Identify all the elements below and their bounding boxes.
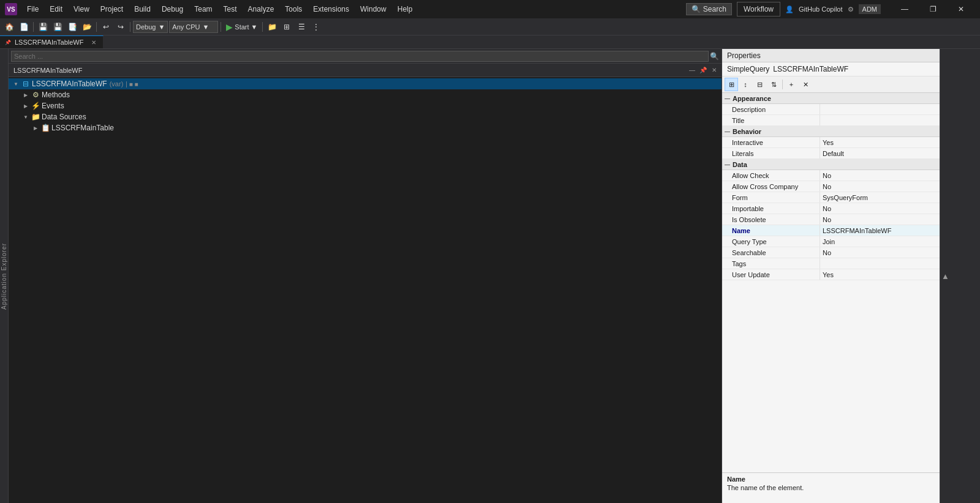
toolbar-folder-btn[interactable]: 📁 [265,20,279,34]
start-button[interactable]: ▶ Start ▼ [224,21,260,33]
prop-allow-check-value[interactable]: No [820,172,940,179]
menu-analyze[interactable]: Analyze [243,2,279,16]
prop-tags-name: Tags [722,258,820,269]
collapse-all-btn[interactable]: — [687,65,697,75]
maximize-button[interactable]: ❐ [919,0,947,18]
prop-form-name: Form [722,192,820,203]
events-label: Events [42,102,64,110]
start-label: Start [235,23,249,31]
menu-project[interactable]: Project [96,2,128,16]
toolbar-sep-2 [96,22,97,32]
tree-item-main-table[interactable]: ▶ 📋 LSSCRFMainTable [9,122,722,133]
prop-description-name: Description [722,104,820,114]
prop-categorized-btn[interactable]: ⊞ [725,78,738,91]
prop-pages-btn[interactable]: ⊟ [753,78,766,91]
toolbar-save-all-btn[interactable]: 💾 [51,20,64,34]
prop-searchable-value[interactable]: No [820,249,940,256]
toolbar-redo-btn[interactable]: ↪ [114,20,127,34]
root-expander[interactable]: ▼ [11,79,21,89]
tab-close-button[interactable]: ✕ [89,39,98,47]
toolbar-home-btn[interactable]: 🏠 [2,20,16,34]
menu-extensions[interactable]: Extensions [308,2,354,16]
menu-view[interactable]: View [69,2,94,16]
datasources-expander[interactable]: ▼ [21,112,31,122]
toolbar-list-btn[interactable]: ☰ [295,20,308,34]
app-explorer-tab[interactable]: Application Explorer [0,49,9,503]
debug-dropdown[interactable]: Debug ▼ [133,21,168,33]
debug-label: Debug [136,23,156,31]
tree-item-methods[interactable]: ▶ ⚙ Methods [9,89,722,100]
menu-build[interactable]: Build [129,2,156,16]
workflow-button[interactable]: Workflow [737,2,780,17]
cpu-dropdown[interactable]: Any CPU ▼ [169,21,218,33]
tab-bar: 📌 LSSCRFMAInTableWF ✕ [0,35,980,49]
menu-file[interactable]: File [22,2,43,16]
prop-alpha-btn[interactable]: ↕ [739,78,752,91]
settings-icon[interactable]: ⚙ [848,6,854,13]
close-button[interactable]: ✕ [947,0,975,18]
menu-team[interactable]: Team [189,2,217,16]
prop-interactive-value[interactable]: Yes [820,139,940,146]
toolbar-more-btn[interactable]: ⋮ [309,20,323,34]
toolbar-save-sel-btn[interactable]: 📑 [66,20,79,34]
toolbar-open-btn[interactable]: 📂 [80,20,94,34]
prop-delete-btn[interactable]: ✕ [799,78,812,91]
methods-label: Methods [42,91,70,99]
github-copilot-label[interactable]: GitHub Copilot [799,6,843,13]
menu-tools[interactable]: Tools [280,2,307,16]
tree-item-datasources[interactable]: ▼ 📁 Data Sources [9,111,722,122]
methods-expander[interactable]: ▶ [21,90,31,100]
root-icon: ⊟ [21,79,31,89]
main-table-expander[interactable]: ▶ [31,123,40,133]
menu-window[interactable]: Window [355,2,391,16]
events-expander[interactable]: ▶ [21,101,31,111]
prop-user-update-value[interactable]: Yes [820,271,940,278]
menu-debug[interactable]: Debug [157,2,188,16]
title-bar: VS File Edit View Project Build Debug Te… [0,0,980,18]
menu-bar: File Edit View Project Build Debug Team … [22,2,417,16]
toolbar-new-btn[interactable]: 📄 [17,20,31,34]
prop-searchable-name: Searchable [722,247,820,258]
prop-importable-value[interactable]: No [820,205,940,212]
section-data-header[interactable]: — Data [722,159,940,170]
prop-tags: Tags [722,258,940,269]
prop-literals-value[interactable]: Default [820,150,940,157]
prop-sort-btn[interactable]: ⇅ [767,78,780,91]
search-input[interactable] [11,51,709,62]
section-appearance-header[interactable]: — Appearance [722,93,940,104]
prop-name-value[interactable]: LSSCRFMAInTableWF [820,227,940,234]
play-icon: ▶ [226,22,233,32]
menu-edit[interactable]: Edit [45,2,67,16]
search-icon-btn[interactable]: 🔍 [710,52,719,61]
minimize-button[interactable]: — [891,0,919,18]
close-panel-btn[interactable]: ✕ [709,65,719,75]
search-button[interactable]: 🔍 Search [686,3,732,15]
pin-btn[interactable]: 📌 [698,65,708,75]
prop-allow-check: Allow Check No [722,170,940,181]
tree-header: LSSCRFMAInTableWF — 📌 ✕ [9,64,722,77]
menu-help[interactable]: Help [393,2,418,16]
prop-query-type-value[interactable]: Join [820,238,940,245]
toolbar-grid-btn[interactable]: ⊞ [280,20,293,34]
toolbar-save-btn[interactable]: 💾 [36,20,50,34]
person-icon: 👤 [785,6,794,13]
search-bar: 🔍 [9,49,722,64]
search-icon: 🔍 [692,5,701,13]
prop-new-btn[interactable]: + [785,78,798,91]
toolbar-sep-3 [130,22,130,32]
right-collapse-tab[interactable]: ▶ [940,49,948,503]
tree-item-events[interactable]: ▶ ⚡ Events [9,100,722,111]
prop-is-obsolete-value[interactable]: No [820,216,940,223]
tree-root[interactable]: ▼ ⊟ LSSCRFMAInTableWF (var) | ■ ■ [9,78,722,89]
properties-name: LSSCRFMAInTableWF [773,65,848,73]
toolbar-undo-btn[interactable]: ↩ [99,20,113,34]
events-icon: ⚡ [31,101,40,111]
tree-panel: 🔍 LSSCRFMAInTableWF — 📌 ✕ ▼ ⊟ LSSCRFMAIn… [9,49,722,503]
tab-lsscrf[interactable]: 📌 LSSCRFMAInTableWF ✕ [0,35,104,48]
section-behavior-header[interactable]: — Behavior [722,126,940,137]
prop-form-value[interactable]: SysQueryForm [820,194,940,201]
prop-allow-cross-value[interactable]: No [820,183,940,190]
search-label: Search [703,5,726,13]
main-table-label: LSSCRFMainTable [51,124,114,132]
menu-test[interactable]: Test [219,2,242,16]
